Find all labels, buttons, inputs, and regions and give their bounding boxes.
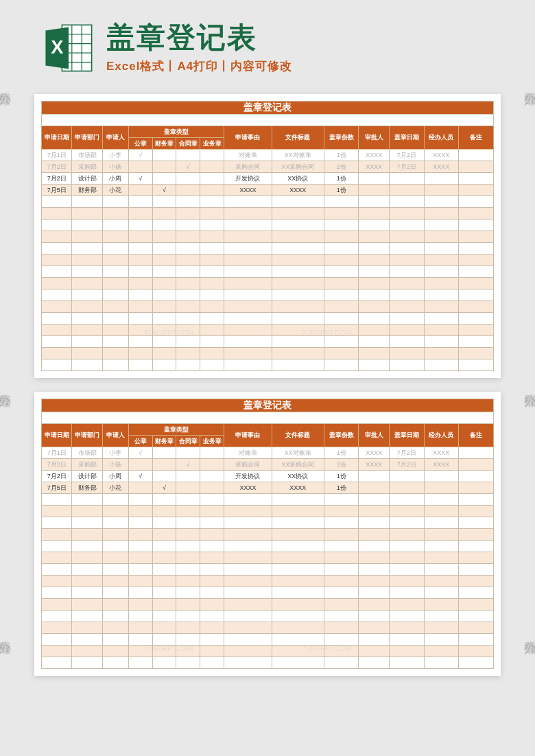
col-stamp2: 财务章 (152, 138, 176, 150)
col-approver: 审批人 (359, 126, 389, 150)
table-row (42, 220, 494, 231)
col-copies: 盖章份数 (324, 424, 359, 447)
col-handler: 经办人员 (424, 126, 459, 150)
table-row (42, 657, 494, 669)
table-row (42, 587, 494, 599)
table-row (42, 599, 494, 611)
page-title: 盖章登记表 (106, 22, 508, 54)
col-stamp4: 业务章 (200, 436, 224, 447)
col-remark: 备注 (459, 424, 494, 447)
table-row (42, 541, 494, 552)
col-stamp3: 合同章 (176, 436, 200, 447)
page-subtitle: Excel格式丨A4打印丨内容可修改 (106, 58, 508, 74)
col-reason: 申请事由 (224, 126, 272, 150)
col-stamp4: 业务章 (200, 138, 224, 150)
stamp-register-table: 盖章登记表申请日期申请部门申请人盖章类型申请事由文件标题盖章份数审批人盖章日期经… (41, 101, 494, 371)
col-remark: 备注 (459, 126, 494, 150)
table-row (42, 564, 494, 576)
table-row: 7月1日市场部小李√对账单XX对账单1份XXXX7月2日XXXX (42, 150, 494, 161)
sheet-preview-1: 盖章登记表申请日期申请部门申请人盖章类型申请事由文件标题盖章份数审批人盖章日期经… (34, 94, 501, 378)
col-stamp-group: 盖章类型 (128, 126, 224, 138)
table-row: 7月2日采购部小杨√采购合同XX采购合同2份XXXX7月2日XXXX (42, 459, 494, 471)
table-row (42, 359, 494, 371)
col-approver: 审批人 (359, 424, 389, 447)
table-row (42, 622, 494, 634)
col-stamp1: 公章 (128, 138, 152, 150)
table-row (42, 255, 494, 266)
sheet-preview-2: 盖章登记表申请日期申请部门申请人盖章类型申请事由文件标题盖章份数审批人盖章日期经… (34, 392, 501, 676)
col-person: 申请人 (102, 424, 128, 447)
table-row (42, 517, 494, 529)
table-row (42, 336, 494, 348)
col-dept: 申请部门 (72, 424, 102, 447)
col-dept: 申请部门 (72, 126, 102, 150)
stamp-register-table: 盖章登记表申请日期申请部门申请人盖章类型申请事由文件标题盖章份数审批人盖章日期经… (41, 399, 494, 669)
col-stamp1: 公章 (128, 436, 152, 447)
table-row (42, 348, 494, 359)
col-date: 申请日期 (42, 424, 72, 447)
table-row (42, 506, 494, 517)
col-handler: 经办人员 (424, 424, 459, 447)
table-row (42, 196, 494, 208)
col-date: 申请日期 (42, 126, 72, 150)
table-row (42, 313, 494, 324)
table-row (42, 301, 494, 313)
col-title: 文件标题 (272, 424, 324, 447)
table-row (42, 611, 494, 622)
table-row (42, 634, 494, 646)
col-stamp2: 财务章 (152, 436, 176, 447)
table-row (42, 278, 494, 290)
table-row (42, 290, 494, 301)
col-copies: 盖章份数 (324, 126, 359, 150)
col-title: 文件标题 (272, 126, 324, 150)
table-row (42, 208, 494, 220)
table-row: 7月2日设计部小周√开发协议XX协议1份 (42, 471, 494, 482)
col-stamp3: 合同章 (176, 138, 200, 150)
col-reason: 申请事由 (224, 424, 272, 447)
table-row (42, 266, 494, 278)
table-row: 7月5日财务部小花√XXXXXXXX1份 (42, 185, 494, 196)
table-row (42, 243, 494, 255)
table-row (42, 494, 494, 506)
col-sdate: 盖章日期 (389, 126, 424, 150)
table-title: 盖章登记表 (42, 102, 494, 115)
col-sdate: 盖章日期 (389, 424, 424, 447)
table-row: 7月2日采购部小杨√采购合同XX采购合同2份XXXX7月2日XXXX (42, 161, 494, 173)
table-row (42, 529, 494, 541)
page-header: X 盖章登记表 Excel格式丨A4打印丨内容可修改 (0, 0, 535, 86)
col-stamp-group: 盖章类型 (128, 424, 224, 436)
table-row (42, 231, 494, 243)
svg-text:X: X (51, 36, 63, 58)
excel-icon: X (41, 21, 96, 75)
table-row (42, 552, 494, 564)
table-row: 7月1日市场部小李√对账单XX对账单1份XXXX7月2日XXXX (42, 447, 494, 459)
table-row (42, 324, 494, 336)
table-row (42, 576, 494, 587)
table-title: 盖章登记表 (42, 399, 494, 412)
table-row: 7月5日财务部小花√XXXXXXXX1份 (42, 482, 494, 494)
table-row (42, 646, 494, 657)
table-row: 7月2日设计部小周√开发协议XX协议1份 (42, 173, 494, 185)
col-person: 申请人 (102, 126, 128, 150)
